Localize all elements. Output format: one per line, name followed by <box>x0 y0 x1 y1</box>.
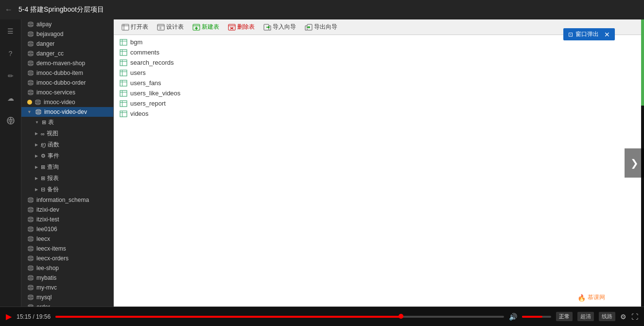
delete-table-button[interactable]: 删除表 <box>224 21 259 33</box>
table-row-users-fans[interactable]: users_fans <box>114 78 644 88</box>
db-item-danger[interactable]: danger <box>21 39 113 49</box>
section-views[interactable]: ▶ ∞ 视图 <box>21 128 113 139</box>
db-label: lee-shop <box>36 265 59 272</box>
table-row-search-records[interactable]: search_records <box>114 57 644 68</box>
db-item-imooc-dubbo-item[interactable]: imooc-dubbo-item <box>21 68 113 78</box>
db-item-information-schema[interactable]: information_schema <box>21 195 113 205</box>
fullscreen-icon[interactable]: ⛶ <box>631 313 638 321</box>
section-label: 视图 <box>47 129 58 138</box>
db-cylinder-icon <box>27 235 34 242</box>
table-row-videos[interactable]: videos <box>114 109 644 119</box>
back-icon[interactable]: ← <box>5 5 13 14</box>
cloud-icon[interactable]: ☁ <box>4 91 17 105</box>
table-grid-icon <box>120 80 127 87</box>
new-table-icon <box>192 23 200 31</box>
db-item-order[interactable]: order <box>21 302 113 307</box>
play-overlay-button[interactable]: ▶ <box>591 258 615 282</box>
db-label: mysql <box>36 294 52 301</box>
db-item-mysql[interactable]: mysql <box>21 292 113 302</box>
db-label: itzixi-dev <box>36 206 59 213</box>
popup-close-icon[interactable]: ✕ <box>604 31 610 38</box>
side-progress-fill <box>641 19 644 106</box>
import-button[interactable]: 导入向导 <box>260 21 300 33</box>
db-item-imooc-video-dev[interactable]: ▼ imooc-video-dev <box>21 107 113 117</box>
section-events[interactable]: ▶ ⚙ 事件 <box>21 150 113 162</box>
db-cylinder-icon <box>27 245 34 252</box>
design-table-button[interactable]: 设计表 <box>153 21 188 33</box>
open-table-button[interactable]: 打开表 <box>118 21 152 33</box>
section-tables[interactable]: ▼ ⊞ 表 <box>21 117 113 128</box>
volume-icon[interactable]: 🔊 <box>509 313 517 321</box>
section-label: 函数 <box>48 141 59 149</box>
table-row-users[interactable]: users <box>114 68 644 78</box>
db-item-bejavagod[interactable]: bejavagod <box>21 29 113 39</box>
table-grid-icon <box>120 49 127 56</box>
fire-icon: 🔥 <box>577 294 586 302</box>
export-button[interactable]: 导出向导 <box>301 21 341 33</box>
design-table-label: 设计表 <box>166 23 184 31</box>
table-grid-icon <box>120 90 127 97</box>
db-label: bejavagod <box>36 31 63 37</box>
db-cylinder-icon <box>27 226 34 233</box>
db-cylinder-icon <box>27 197 34 203</box>
db-label: alipay <box>36 21 52 28</box>
section-backup[interactable]: ▶ ⊟ 备份 <box>21 184 113 195</box>
quality-high-button[interactable]: 超清 <box>577 312 594 321</box>
popup-button[interactable]: ⊡ 窗口弹出 ✕ <box>563 28 615 40</box>
section-reports[interactable]: ▶ ⊞ 报表 <box>21 173 113 184</box>
quality-normal-button[interactable]: 正常 <box>556 312 573 321</box>
db-item-demo-maven-shop[interactable]: demo-maven-shop <box>21 58 113 68</box>
quality-line-button[interactable]: 线路 <box>599 312 615 321</box>
table-name: bgm <box>130 38 142 46</box>
db-item-itzixi-dev[interactable]: itzixi-dev <box>21 205 113 215</box>
section-collapse-icon: ▶ <box>35 131 38 136</box>
delete-table-label: 删除表 <box>237 23 255 31</box>
db-cylinder-icon <box>27 284 34 291</box>
table-name: search_records <box>130 59 174 66</box>
db-item-leecx-orders[interactable]: leecx-orders <box>21 254 113 263</box>
menu-icon[interactable]: ☰ <box>4 24 17 38</box>
right-nav-arrow[interactable]: ❯ <box>625 148 644 178</box>
question-icon[interactable]: ? <box>4 47 17 60</box>
section-queries[interactable]: ▶ ⊞ 查询 <box>21 162 113 173</box>
table-row-users-report[interactable]: users_report <box>114 98 644 109</box>
db-label: leecx-items <box>36 245 66 252</box>
table-name: users_fans <box>130 79 161 87</box>
db-item-alipay[interactable]: alipay <box>21 19 113 29</box>
db-label: imooc-video <box>44 99 75 106</box>
db-item-lee-shop[interactable]: lee-shop <box>21 263 113 273</box>
db-item-imooc-services[interactable]: imooc-services <box>21 88 113 97</box>
expand-arrow-icon: ▼ <box>27 109 32 114</box>
new-table-button[interactable]: 新建表 <box>189 21 223 33</box>
section-functions[interactable]: ▶ f() 函数 <box>21 139 113 150</box>
db-item-mybatis[interactable]: mybatis <box>21 273 113 283</box>
settings-icon[interactable]: ⚙ <box>620 313 627 321</box>
db-label: danger <box>36 40 54 47</box>
db-label: demo-maven-shop <box>36 60 85 67</box>
db-item-my-mvc[interactable]: my-mvc <box>21 283 113 292</box>
db-cylinder-icon <box>27 294 34 301</box>
db-item-leecx-items[interactable]: leecx-items <box>21 244 113 254</box>
main-area: ☰ ? ✏ ☁ alipay bejava <box>0 19 644 307</box>
db-item-imooc-dubbo-order[interactable]: imooc-dubbo-order <box>21 78 113 88</box>
video-progress-bar[interactable] <box>55 316 504 318</box>
volume-bar[interactable] <box>522 316 551 318</box>
report-section-icon: ⊞ <box>41 175 45 181</box>
table-row-users-like-videos[interactable]: users_like_videos <box>114 88 644 98</box>
db-cylinder-icon <box>27 31 34 37</box>
db-item-lee0106[interactable]: lee0106 <box>21 224 113 234</box>
open-table-icon <box>122 23 129 31</box>
globe-icon[interactable] <box>4 114 17 127</box>
svg-rect-99 <box>120 80 127 86</box>
db-item-danger-cc[interactable]: danger_cc <box>21 49 113 58</box>
section-collapse-icon: ▶ <box>35 165 38 169</box>
db-item-leecx[interactable]: leecx <box>21 234 113 244</box>
db-item-imooc-video[interactable]: imooc-video <box>21 97 113 107</box>
table-row-comments[interactable]: comments <box>114 47 644 57</box>
db-item-itzixi-test[interactable]: itzixi-test <box>21 215 113 224</box>
section-expand-icon: ▼ <box>35 120 39 125</box>
play-pause-button[interactable]: ▶ <box>6 312 12 321</box>
edit-icon[interactable]: ✏ <box>4 69 17 83</box>
section-label: 报表 <box>47 174 59 182</box>
time-display: 15:15 / 19:56 <box>17 313 51 320</box>
